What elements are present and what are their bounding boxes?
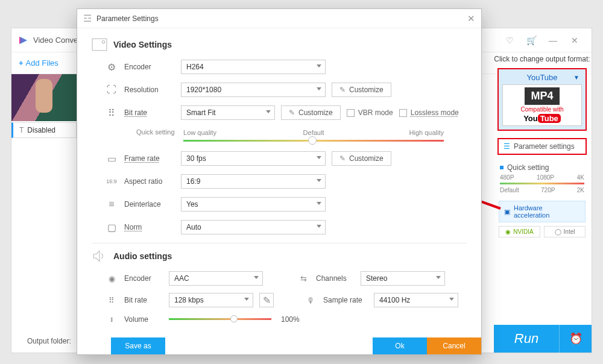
- customize-label: Customize: [298, 108, 333, 117]
- square-bullet-icon: [500, 166, 504, 169]
- caret-icon: [317, 202, 321, 205]
- output-format-box[interactable]: YouTube ▼ MP4 Compatible with YouTube: [497, 68, 587, 131]
- bitrate-select[interactable]: Smart Fit: [181, 105, 275, 120]
- row-norm: ▢ Norm Auto: [105, 220, 467, 234]
- aspect-value: 16:9: [186, 177, 200, 186]
- pencil-icon: ✎: [339, 86, 346, 94]
- samplerate-label: Sample rate: [323, 296, 368, 304]
- res-480p: 480P: [500, 174, 514, 181]
- bitrate-customize-button[interactable]: ✎Customize: [281, 105, 341, 120]
- add-files-button[interactable]: + Add Files: [11, 58, 66, 67]
- caret-icon: [317, 156, 321, 159]
- pencil-icon: ✎: [289, 108, 295, 117]
- low-quality-label: Low quality: [183, 129, 270, 136]
- caret-icon: [317, 87, 321, 90]
- row-video-encoder: ⚙ Encoder H264: [105, 60, 467, 74]
- dialog-close-button[interactable]: ✕: [467, 13, 475, 24]
- save-as-button[interactable]: Save as: [111, 337, 165, 354]
- intel-button[interactable]: ◯Intel: [544, 226, 586, 237]
- slider-knob[interactable]: [308, 136, 317, 145]
- nvidia-button[interactable]: ◉NVIDIA: [499, 226, 540, 237]
- app-logo-icon: [17, 35, 28, 46]
- sliders-icon: ☰: [504, 142, 510, 151]
- channels-label: Channels: [316, 274, 355, 283]
- subtitle-disabled-row[interactable]: T Disabled: [11, 122, 77, 138]
- hardware-accel-button[interactable]: ▣ Hardware acceleration: [499, 201, 586, 222]
- quality-slider[interactable]: [183, 140, 444, 142]
- nvidia-icon: ◉: [505, 228, 511, 235]
- resolution-customize-button[interactable]: ✎Customize: [332, 83, 391, 97]
- ok-button[interactable]: Ok: [373, 337, 427, 354]
- framerate-select[interactable]: 30 fps: [181, 151, 326, 166]
- audio-encoder-select[interactable]: AAC: [169, 271, 263, 286]
- format-card: MP4 Compatible with YouTube: [502, 84, 582, 126]
- resolution-value: 1920*1080: [186, 86, 221, 94]
- intel-label: Intel: [564, 228, 575, 235]
- video-section-header: Video Settings: [92, 38, 467, 51]
- row-aspect: 16:9 Aspect ratio 16:9: [105, 174, 467, 189]
- deinterlace-select[interactable]: Yes: [181, 197, 326, 212]
- parameter-settings-button[interactable]: ☰ Parameter settings: [497, 138, 587, 155]
- row-audio-bitrate: ⠿ Bit rate 128 kbps ✎ 🎙 Sample rate 4410…: [105, 293, 467, 307]
- cancel-button[interactable]: Cancel: [427, 337, 481, 354]
- resolution-row-bottom: Default 720P 2K: [500, 187, 584, 193]
- schedule-button[interactable]: ⏰: [559, 325, 592, 353]
- param-settings-label: Parameter settings: [514, 142, 575, 151]
- resolution-label: Resolution: [124, 86, 175, 94]
- vbr-checkbox[interactable]: VBR mode: [347, 108, 393, 117]
- dialog-title-bar: ☲ Parameter Settings ✕: [77, 9, 481, 28]
- audio-bitrate-select[interactable]: 128 kbps: [169, 293, 253, 307]
- volume-slider[interactable]: [169, 318, 271, 320]
- resolution-select[interactable]: 1920*1080: [181, 83, 326, 97]
- volume-knob[interactable]: [230, 315, 238, 322]
- svg-point-2: [102, 41, 104, 43]
- ok-label: Ok: [395, 342, 404, 350]
- encoder-label: Encoder: [124, 63, 175, 71]
- encoder-select[interactable]: H264: [181, 60, 326, 74]
- quick-setting-label: Quick setting: [136, 128, 175, 136]
- framerate-label: Frame rate: [124, 154, 175, 163]
- customize-label: Customize: [349, 86, 384, 94]
- bitrate-label: Bit rate: [124, 108, 175, 117]
- run-button[interactable]: Run: [494, 325, 559, 353]
- audio-bitrate-value: 128 kbps: [174, 296, 204, 304]
- deinterlace-value: Yes: [186, 200, 198, 209]
- add-files-label: Add Files: [26, 58, 58, 67]
- res-720p: 720P: [541, 187, 555, 193]
- save-as-label: Save as: [125, 342, 151, 350]
- speaker-icon: [92, 249, 107, 263]
- volume-label: Volume: [124, 315, 163, 324]
- channels-select[interactable]: Stereo: [361, 271, 445, 286]
- bitrate-value: Smart Fit: [186, 108, 216, 117]
- norm-select[interactable]: Auto: [181, 220, 326, 234]
- pencil-icon: ✎: [339, 154, 346, 163]
- deinterlace-icon: ≡: [109, 199, 114, 210]
- lossless-checkbox[interactable]: Lossless mode: [399, 108, 459, 117]
- channels-icon: ⇆: [297, 274, 310, 283]
- dialog-title: Parameter Settings: [96, 14, 159, 23]
- checkbox-icon: [347, 109, 355, 117]
- aspect-label: Aspect ratio: [124, 177, 175, 186]
- high-quality-label: High quality: [357, 129, 444, 136]
- audio-bitrate-icon: ⠿: [105, 296, 118, 305]
- quick-setting-slider[interactable]: [500, 183, 584, 184]
- side-panel: Click to change output format: YouTube ▼…: [494, 28, 590, 354]
- samplerate-icon: 🎙: [304, 296, 317, 305]
- parameter-settings-dialog: ☲ Parameter Settings ✕ Video Settings ⚙ …: [77, 8, 482, 355]
- quick-setting-label: Quick setting: [507, 163, 549, 172]
- res-4k: 4K: [577, 174, 584, 181]
- customize-label: Customize: [349, 154, 384, 163]
- video-thumbnail[interactable]: [11, 74, 77, 121]
- chevron-down-icon[interactable]: ▼: [573, 74, 579, 81]
- change-format-label: Click to change output format:: [494, 55, 590, 63]
- framerate-customize-button[interactable]: ✎Customize: [332, 151, 391, 166]
- you-text: You: [523, 114, 538, 123]
- audio-bitrate-edit-button[interactable]: ✎: [259, 293, 274, 307]
- res-1080p: 1080P: [537, 174, 554, 181]
- caret-icon: [436, 276, 441, 279]
- cancel-label: Cancel: [443, 342, 465, 350]
- resolution-row-top: 480P 1080P 4K: [500, 174, 584, 181]
- row-audio-encoder: ◉ Encoder AAC ⇆ Channels Stereo: [105, 271, 467, 286]
- samplerate-select[interactable]: 44100 Hz: [374, 293, 458, 307]
- aspect-select[interactable]: 16:9: [181, 174, 326, 189]
